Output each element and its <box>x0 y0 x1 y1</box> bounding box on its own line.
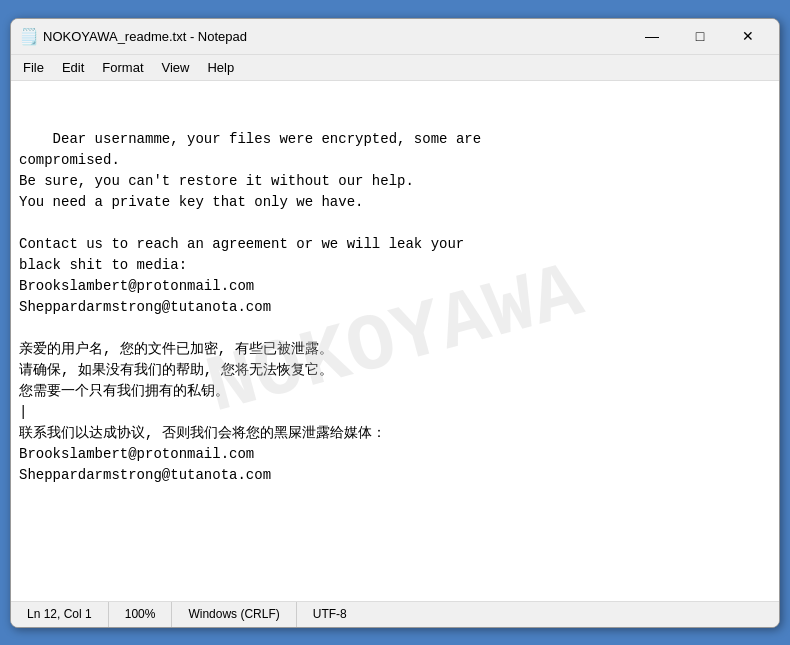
close-button[interactable]: ✕ <box>725 20 771 52</box>
title-bar: 🗒️ NOKOYAWA_readme.txt - Notepad — □ ✕ <box>11 19 779 55</box>
menu-bar: File Edit Format View Help <box>11 55 779 81</box>
menu-file[interactable]: File <box>15 57 52 78</box>
menu-help[interactable]: Help <box>199 57 242 78</box>
menu-edit[interactable]: Edit <box>54 57 92 78</box>
status-zoom: 100% <box>109 602 173 627</box>
status-line-col: Ln 12, Col 1 <box>11 602 109 627</box>
status-bar: Ln 12, Col 1 100% Windows (CRLF) UTF-8 <box>11 601 779 627</box>
minimize-button[interactable]: — <box>629 20 675 52</box>
status-encoding: UTF-8 <box>297 602 363 627</box>
window-controls: — □ ✕ <box>629 20 771 52</box>
window-title: NOKOYAWA_readme.txt - Notepad <box>43 29 629 44</box>
text-editor[interactable]: NOKOYAWA Dear usernamme, your files were… <box>11 81 779 601</box>
menu-format[interactable]: Format <box>94 57 151 78</box>
app-icon: 🗒️ <box>19 27 37 45</box>
status-line-ending: Windows (CRLF) <box>172 602 296 627</box>
editor-content: Dear usernamme, your files were encrypte… <box>19 131 481 483</box>
notepad-window: 🗒️ NOKOYAWA_readme.txt - Notepad — □ ✕ F… <box>10 18 780 628</box>
maximize-button[interactable]: □ <box>677 20 723 52</box>
menu-view[interactable]: View <box>154 57 198 78</box>
